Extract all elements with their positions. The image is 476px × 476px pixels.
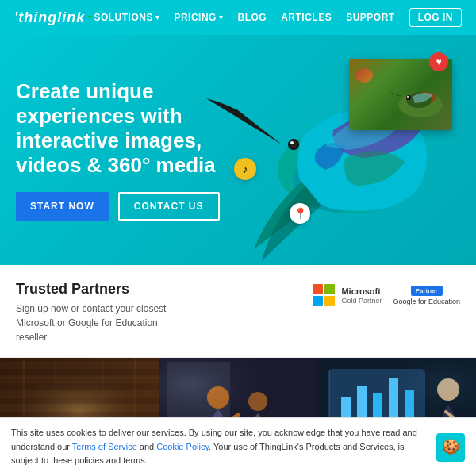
nav-articles[interactable]: ARTICLES bbox=[281, 12, 332, 23]
heart-icon[interactable]: ♥ bbox=[429, 52, 448, 71]
google-label: Google for Education bbox=[393, 298, 460, 305]
hero-section: ♥ ♪ 📍 Create unique experiences with int… bbox=[0, 35, 476, 265]
navbar: 'thinglink... SOLUTIONS ▾ PRICING ▾ BLOG… bbox=[0, 0, 476, 35]
partners-description: Sign up now or contact your closest Micr… bbox=[16, 301, 190, 344]
nav-blog[interactable]: BLOG bbox=[237, 12, 267, 23]
ms-square-red bbox=[313, 284, 323, 294]
google-partner-badge: Partner bbox=[411, 286, 443, 296]
partners-logos: Microsoft Gold Partner Partner Google fo… bbox=[313, 284, 460, 306]
partners-text: Trusted Partners Sign up now or contact … bbox=[16, 281, 190, 344]
partners-heading: Trusted Partners bbox=[16, 281, 190, 298]
ms-square-blue bbox=[313, 296, 323, 306]
svg-point-7 bbox=[406, 95, 411, 100]
hero-buttons: START NOW CONTACT US bbox=[16, 192, 222, 221]
microsoft-squares bbox=[313, 284, 335, 306]
google-badge-wrap: Partner Google for Education bbox=[393, 286, 460, 305]
cookie-policy-link[interactable]: Cookie Policy bbox=[156, 442, 209, 451]
svg-point-4 bbox=[290, 141, 294, 144]
hero-title: Create unique experiences with interacti… bbox=[16, 79, 222, 178]
trusted-partners-section: Trusted Partners Sign up now or contact … bbox=[0, 265, 476, 358]
hero-content: Create unique experiences with interacti… bbox=[16, 79, 222, 221]
nav-links: SOLUTIONS ▾ PRICING ▾ BLOG ARTICLES SUPP… bbox=[94, 8, 462, 27]
hummingbird-small bbox=[385, 75, 448, 126]
nav-login[interactable]: LOG IN bbox=[409, 8, 462, 27]
cookie-text: This site uses cookies to deliver our se… bbox=[11, 426, 428, 468]
nav-support[interactable]: SUPPORT bbox=[346, 12, 395, 23]
location-icon[interactable]: 📍 bbox=[290, 203, 310, 224]
logo[interactable]: 'thinglink... bbox=[14, 10, 93, 26]
svg-point-3 bbox=[290, 140, 298, 148]
nav-pricing[interactable]: PRICING ▾ bbox=[174, 12, 223, 23]
svg-point-8 bbox=[407, 96, 409, 98]
cookie-icon[interactable]: 🍪 bbox=[436, 433, 465, 462]
microsoft-logo: Microsoft Gold Partner bbox=[313, 284, 382, 306]
microsoft-label: Microsoft Gold Partner bbox=[341, 286, 382, 305]
ms-square-green bbox=[324, 284, 335, 294]
start-now-button[interactable]: START NOW bbox=[16, 192, 109, 221]
cookie-banner: This site uses cookies to deliver our se… bbox=[0, 417, 476, 476]
ms-square-yellow bbox=[324, 296, 335, 306]
music-icon[interactable]: ♪ bbox=[234, 158, 256, 180]
nav-solutions[interactable]: SOLUTIONS ▾ bbox=[94, 12, 159, 23]
terms-link[interactable]: Terms of Service bbox=[72, 442, 137, 451]
contact-us-button[interactable]: CONTACT US bbox=[118, 192, 220, 221]
